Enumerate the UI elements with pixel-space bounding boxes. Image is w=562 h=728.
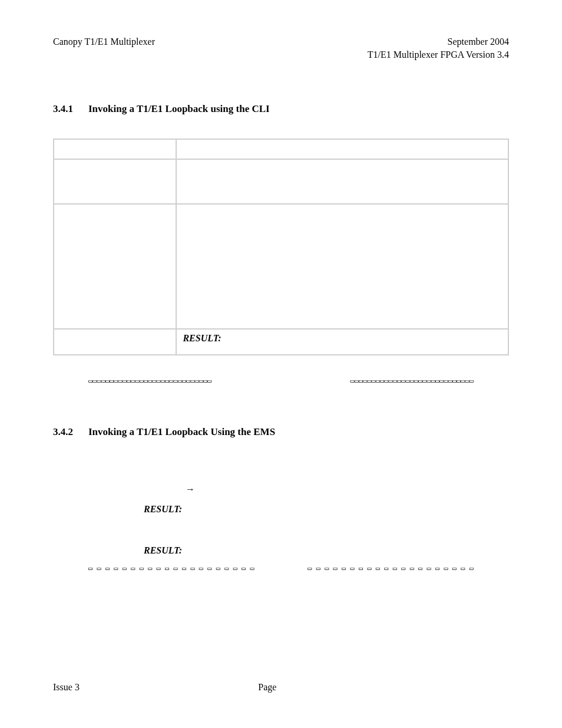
section-end-bars: ▭ ▭ ▭ ▭ ▭ ▭ ▭ ▭ ▭ ▭ ▭ ▭ ▭ ▭ ▭ ▭ ▭ ▭ ▭ ▭ …	[53, 564, 509, 572]
footer-page-label: Page	[258, 682, 303, 693]
table-cell	[176, 159, 508, 204]
body-line	[118, 462, 485, 476]
header-date: September 2004	[368, 35, 509, 48]
table-row	[54, 139, 508, 159]
table-row	[54, 204, 508, 329]
section-3-4-1: 3.4.1 Invoking a T1/E1 Loopback using th…	[53, 103, 509, 385]
end-bar-left: ▭ ▭ ▭ ▭ ▭ ▭ ▭ ▭ ▭ ▭ ▭ ▭ ▭ ▭ ▭ ▭ ▭ ▭ ▭ ▭	[88, 564, 254, 572]
header-left: Canopy T1/E1 Multiplexer	[53, 35, 155, 48]
result-label: RESULT:	[144, 545, 182, 555]
loopback-cli-table: RESULT:	[53, 139, 509, 355]
table-cell	[54, 159, 176, 204]
document-page: Canopy T1/E1 Multiplexer September 2004 …	[0, 0, 562, 728]
table-row	[54, 159, 508, 204]
result-line: RESULT:	[118, 543, 485, 558]
section-heading: 3.4.1 Invoking a T1/E1 Loopback using th…	[53, 103, 509, 115]
result-label: RESULT:	[183, 333, 221, 343]
end-bar-right: ▭ ▭ ▭ ▭ ▭ ▭ ▭ ▭ ▭ ▭ ▭ ▭ ▭ ▭ ▭ ▭ ▭ ▭ ▭ ▭	[308, 564, 474, 572]
body-line	[118, 523, 485, 538]
table-cell	[176, 139, 508, 159]
body-line-arrow: →	[118, 482, 485, 497]
result-label: RESULT:	[144, 504, 182, 514]
arrow-icon: →	[185, 482, 196, 497]
section-3-4-2: 3.4.2 Invoking a T1/E1 Loopback Using th…	[53, 426, 509, 572]
footer-issue: Issue 3	[53, 682, 258, 693]
section-body: → RESULT: RESULT:	[118, 462, 485, 558]
header-right: September 2004 T1/E1 Multiplexer FPGA Ve…	[368, 35, 509, 62]
section-title: Invoking a T1/E1 Loopback using the CLI	[88, 103, 509, 115]
page-footer: Issue 3 Page	[53, 682, 509, 693]
header-version: T1/E1 Multiplexer FPGA Version 3.4	[368, 48, 509, 61]
section-title: Invoking a T1/E1 Loopback Using the EMS	[88, 426, 509, 438]
section-heading: 3.4.2 Invoking a T1/E1 Loopback Using th…	[53, 426, 509, 438]
table-cell	[54, 204, 176, 329]
page-header: Canopy T1/E1 Multiplexer September 2004 …	[53, 35, 509, 62]
table-row: RESULT:	[54, 329, 508, 355]
section-number: 3.4.2	[53, 426, 88, 438]
end-bar-right: ▭▭▭▭▭▭▭▭▭▭▭▭▭▭▭▭▭▭▭▭▭▭▭▭▭▭▭▭▭	[350, 377, 474, 385]
section-end-bars: ▭▭▭▭▭▭▭▭▭▭▭▭▭▭▭▭▭▭▭▭▭▭▭▭▭▭▭▭▭ ▭▭▭▭▭▭▭▭▭▭…	[53, 377, 509, 385]
table-cell	[54, 139, 176, 159]
table-cell	[54, 329, 176, 355]
table-cell: RESULT:	[176, 329, 508, 355]
end-bar-left: ▭▭▭▭▭▭▭▭▭▭▭▭▭▭▭▭▭▭▭▭▭▭▭▭▭▭▭▭▭	[88, 377, 212, 385]
section-number: 3.4.1	[53, 103, 88, 115]
table-cell	[176, 204, 508, 329]
result-line: RESULT:	[118, 502, 485, 517]
